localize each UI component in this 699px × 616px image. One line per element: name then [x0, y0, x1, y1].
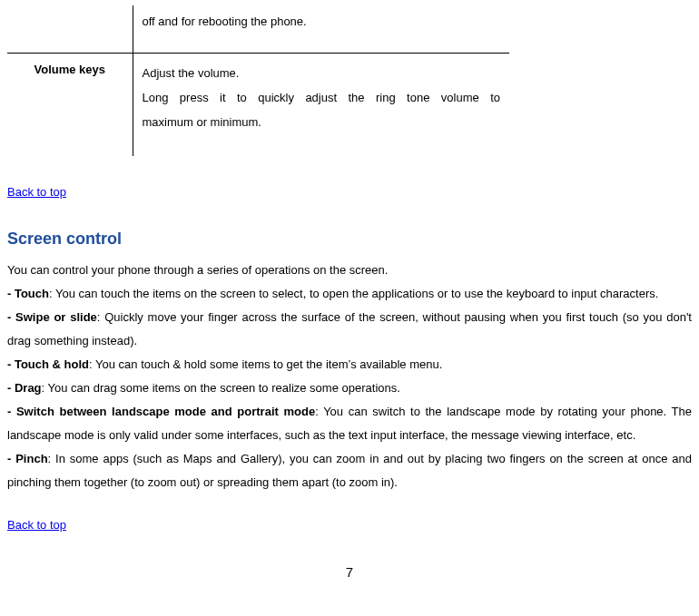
- mode-paragraph: - Switch between landscape mode and port…: [7, 400, 692, 447]
- intro-paragraph: You can control your phone through a ser…: [7, 259, 692, 282]
- back-to-top-link[interactable]: Back to top: [7, 183, 66, 201]
- desc-cell: off and for rebooting the phone.: [133, 5, 509, 53]
- desc-text-line2: Long press it to quickly adjust the ring…: [143, 85, 501, 110]
- swipe-label: - Swipe or slide: [7, 310, 97, 324]
- swipe-paragraph: - Swipe or slide: Quickly move your fing…: [7, 306, 692, 353]
- hold-paragraph: - Touch & hold: You can touch & hold som…: [7, 353, 692, 376]
- key-cell-empty: [7, 5, 133, 53]
- desc-cell: Adjust the volume. Long press it to quic…: [133, 53, 509, 156]
- desc-text-line3: maximum or minimum.: [143, 110, 501, 134]
- keys-table: off and for rebooting the phone. Volume …: [7, 5, 509, 156]
- drag-label: - Drag: [7, 381, 42, 395]
- drag-text: : You can drag some items on the screen …: [42, 381, 400, 395]
- hold-label: - Touch & hold: [7, 357, 89, 371]
- key-label: Volume keys: [34, 63, 105, 76]
- back-to-top-link[interactable]: Back to top: [7, 516, 66, 534]
- table-row: Volume keys Adjust the volume. Long pres…: [7, 53, 509, 156]
- touch-label: - Touch: [7, 287, 49, 300]
- swipe-text: : Quickly move your finger across the su…: [7, 310, 692, 347]
- page-number: 7: [7, 562, 692, 583]
- hold-text: : You can touch & hold some items to get…: [89, 357, 442, 371]
- drag-paragraph: - Drag: You can drag some items on the s…: [7, 376, 692, 400]
- desc-text: off and for rebooting the phone.: [143, 15, 307, 28]
- touch-paragraph: - Touch: You can touch the items on the …: [7, 282, 692, 306]
- pinch-paragraph: - Pinch: In some apps (such as Maps and …: [7, 447, 692, 494]
- key-cell: Volume keys: [7, 53, 133, 156]
- table-row: off and for rebooting the phone.: [7, 5, 509, 53]
- mode-label: - Switch between landscape mode and port…: [7, 405, 315, 418]
- section-heading: Screen control: [7, 227, 692, 251]
- desc-text-line1: Adjust the volume.: [143, 61, 501, 85]
- pinch-text: : In some apps (such as Maps and Gallery…: [7, 452, 692, 489]
- touch-text: : You can touch the items on the screen …: [49, 287, 658, 300]
- pinch-label: - Pinch: [7, 452, 48, 465]
